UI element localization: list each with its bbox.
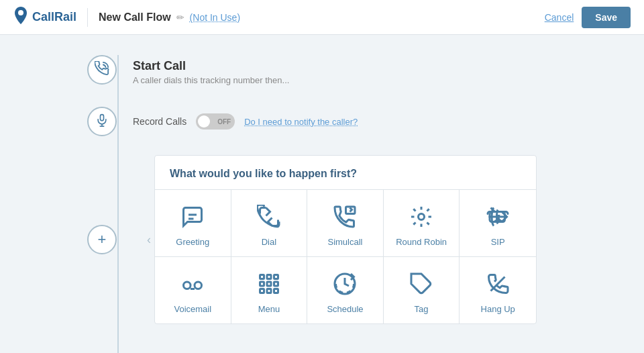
svg-line-10: [413, 209, 415, 211]
svg-rect-20: [267, 275, 271, 279]
action-voicemail[interactable]: Voicemail: [155, 257, 231, 323]
round-robin-icon: [407, 202, 436, 232]
actions-grid: Greeting Dial: [155, 190, 536, 323]
save-button[interactable]: Save: [582, 7, 631, 28]
action-sip-label: SIP: [491, 237, 505, 247]
record-toggle[interactable]: OFF: [196, 113, 235, 130]
dial-icon: [254, 202, 284, 232]
action-schedule[interactable]: Schedule: [307, 257, 384, 323]
start-call-icon-circle: [87, 55, 117, 85]
menu-icon: [254, 269, 284, 299]
toggle-state: OFF: [217, 118, 231, 125]
record-calls-content: Record Calls OFF Do I need to notify the…: [133, 113, 358, 130]
action-hang-up-label: Hang Up: [481, 304, 515, 314]
main-content: Start Call A caller dials this tracking …: [0, 35, 644, 353]
logo-text: CallRail: [32, 10, 76, 24]
voicemail-icon: [178, 269, 207, 299]
start-call-subtitle: A caller dials this tracking number then…: [133, 75, 289, 85]
svg-rect-27: [274, 289, 278, 293]
svg-rect-19: [260, 275, 264, 279]
action-dial[interactable]: Dial: [231, 190, 308, 257]
svg-point-7: [419, 214, 425, 220]
start-call-node: Start Call A caller dials this tracking …: [87, 55, 644, 85]
action-greeting[interactable]: Greeting: [155, 190, 231, 257]
action-simulcall[interactable]: Simulcall: [307, 190, 384, 257]
chevron-left-icon[interactable]: ‹: [147, 233, 151, 247]
action-panel-title: What would you like to happen first?: [155, 156, 536, 190]
svg-line-15: [427, 209, 429, 211]
schedule-icon: [330, 269, 360, 299]
simulcall-icon: [330, 202, 360, 232]
logo-icon: [13, 7, 28, 28]
svg-line-11: [427, 222, 429, 224]
svg-point-0: [18, 10, 23, 15]
sip-icon: [483, 202, 513, 232]
action-menu-label: Menu: [258, 304, 280, 314]
action-sip[interactable]: SIP: [460, 190, 536, 257]
greeting-icon: [178, 202, 207, 232]
svg-rect-22: [260, 282, 264, 286]
svg-line-14: [413, 222, 415, 224]
header-actions: Cancel Save: [545, 7, 631, 28]
action-voicemail-label: Voicemail: [174, 304, 211, 314]
cancel-button[interactable]: Cancel: [545, 12, 574, 23]
phone-ring-icon: [95, 61, 109, 79]
record-calls-label: Record Calls: [133, 116, 186, 127]
toggle-knob: [198, 115, 210, 128]
tag-icon: [407, 269, 436, 299]
svg-rect-25: [260, 289, 264, 293]
header-divider: [87, 8, 88, 27]
svg-point-17: [195, 282, 202, 289]
action-dial-label: Dial: [262, 237, 276, 247]
action-round-robin[interactable]: Round Robin: [384, 190, 460, 257]
svg-rect-26: [267, 289, 271, 293]
action-tag[interactable]: Tag: [384, 257, 460, 323]
header: CallRail New Call Flow ✏ (Not In Use) Ca…: [0, 0, 644, 35]
start-call-title: Start Call: [133, 59, 289, 73]
edit-icon[interactable]: ✏: [176, 12, 184, 23]
status-badge[interactable]: (Not In Use): [190, 12, 240, 23]
notify-caller-link[interactable]: Do I need to notify the caller?: [244, 117, 358, 127]
action-schedule-label: Schedule: [327, 304, 363, 314]
record-calls-node: Record Calls OFF Do I need to notify the…: [87, 107, 644, 136]
action-tag-label: Tag: [415, 304, 429, 314]
svg-rect-23: [267, 282, 271, 286]
action-menu[interactable]: Menu: [231, 257, 308, 323]
microphone-icon: [95, 113, 109, 131]
page-title: New Call Flow: [99, 11, 171, 23]
add-step-button[interactable]: +: [87, 225, 117, 254]
action-greeting-label: Greeting: [176, 237, 209, 247]
action-round-robin-label: Round Robin: [396, 237, 447, 247]
add-action-node: + ‹ What would you like to happen first?…: [87, 155, 644, 324]
record-icon-circle: [87, 107, 117, 136]
svg-rect-21: [274, 275, 278, 279]
svg-rect-24: [274, 282, 278, 286]
action-simulcall-label: Simulcall: [327, 237, 362, 247]
action-hang-up[interactable]: Hang Up: [460, 257, 536, 323]
svg-line-30: [491, 277, 505, 291]
start-call-content: Start Call A caller dials this tracking …: [133, 55, 289, 85]
svg-point-16: [184, 282, 191, 289]
logo: CallRail: [13, 7, 76, 28]
hang-up-icon: [483, 269, 513, 299]
action-panel: ‹ What would you like to happen first? G…: [154, 155, 537, 324]
svg-rect-1: [101, 114, 104, 120]
